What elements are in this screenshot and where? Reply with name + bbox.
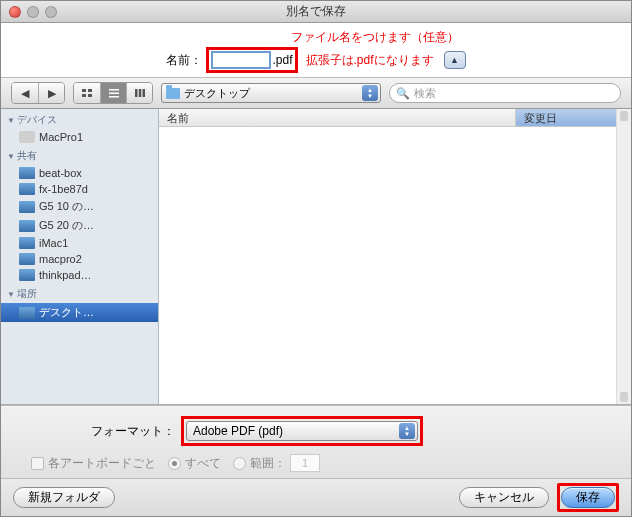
svg-rect-8 [138,89,141,97]
format-highlight: Adobe PDF (pdf) ▲▼ [181,416,423,446]
sidebar-item-label: MacPro1 [39,131,83,143]
sidebar-item-label: iMac1 [39,237,68,249]
sidebar-section-label: 場所 [17,287,37,301]
save-button[interactable]: 保存 [561,487,615,508]
sidebar: ▼デバイスMacPro1▼共有beat-boxfx-1be87dG5 10 の…… [1,109,159,404]
sidebar-item[interactable]: fx-1be87d [1,181,158,197]
search-placeholder: 検索 [414,86,436,101]
checkbox-icon [31,457,44,470]
sidebar-item[interactable]: G5 20 の… [1,216,158,235]
sidebar-item[interactable]: MacPro1 [1,129,158,145]
svg-rect-5 [109,93,119,95]
sidebar-section-label: 共有 [17,149,37,163]
svg-rect-0 [82,89,86,92]
disp-icon [19,220,35,232]
svg-rect-7 [135,89,138,97]
sidebar-item[interactable]: デスクト… [1,303,158,322]
sidebar-item-label: fx-1be87d [39,183,88,195]
scrollbar[interactable] [616,109,631,404]
folder-icon [166,88,180,99]
sidebar-item-label: G5 20 の… [39,218,94,233]
sidebar-section-label: デバイス [17,113,57,127]
dialog-footer: 新規フォルダ キャンセル 保存 [1,478,631,516]
search-field[interactable]: 🔍 検索 [389,83,621,103]
disp-icon [19,269,35,281]
file-list-body[interactable] [159,127,616,404]
svg-rect-3 [88,94,92,97]
forward-button[interactable]: ▶ [38,83,64,103]
list-view-button[interactable] [100,83,126,103]
artboard-checkbox: 各アートボードごと [31,455,156,472]
view-switcher [73,82,153,104]
disp-icon [19,167,35,179]
svg-rect-6 [109,96,119,98]
file-browser: ▼デバイスMacPro1▼共有beat-boxfx-1be87dG5 10 の…… [1,109,631,405]
filename-extension: .pdf [272,53,292,67]
sidebar-section[interactable]: ▼デバイス [1,109,158,129]
format-popup[interactable]: Adobe PDF (pdf) ▲▼ [186,421,418,441]
icon-view-button[interactable] [74,83,100,103]
filename-row: ファイル名をつけます（任意） 名前： .pdf 拡張子は.pdfになります ▲ [1,23,631,77]
save-dialog: 別名で保存 ファイル名をつけます（任意） 名前： .pdf 拡張子は.pdfにな… [0,0,632,517]
range-input [290,454,320,472]
sidebar-item[interactable]: iMac1 [1,235,158,251]
column-name[interactable]: 名前 [159,109,516,126]
titlebar: 別名で保存 [1,1,631,23]
sidebar-item-label: G5 10 の… [39,199,94,214]
filename-annotation: ファイル名をつけます（任意） [291,29,459,46]
sidebar-item-label: macpro2 [39,253,82,265]
column-date[interactable]: 変更日 [516,109,616,126]
sidebar-item[interactable]: thinkpad… [1,267,158,283]
sidebar-item[interactable]: G5 10 の… [1,197,158,216]
disp-icon [19,201,35,213]
format-label: フォーマット： [15,423,175,440]
search-icon: 🔍 [396,87,410,100]
options-panel: フォーマット： Adobe PDF (pdf) ▲▼ 各アートボードごと すべて… [1,405,631,478]
window-title: 別名で保存 [1,3,631,20]
svg-rect-4 [109,89,119,91]
cancel-button[interactable]: キャンセル [459,487,549,508]
new-folder-button[interactable]: 新規フォルダ [13,487,115,508]
triangle-icon: ▼ [7,116,15,125]
file-list-header: 名前 変更日 [159,109,616,127]
save-highlight: 保存 [557,483,619,512]
triangle-icon: ▼ [7,152,15,161]
sidebar-item-label: デスクト… [39,305,94,320]
column-view-button[interactable] [126,83,152,103]
filename-label: 名前： [166,52,202,69]
radio-icon [233,457,246,470]
range-radio: 範囲： [233,454,320,472]
sidebar-item[interactable]: beat-box [1,165,158,181]
sidebar-item-label: beat-box [39,167,82,179]
sidebar-item[interactable]: macpro2 [1,251,158,267]
sidebar-section[interactable]: ▼共有 [1,145,158,165]
back-button[interactable]: ◀ [12,83,38,103]
drive-icon [19,131,35,143]
triangle-icon: ▼ [7,290,15,299]
svg-rect-2 [82,94,86,97]
disclosure-button[interactable]: ▲ [444,51,466,69]
desktop-icon [19,307,35,319]
svg-rect-1 [88,89,92,92]
browser-toolbar: ◀ ▶ デスクトップ ▲▼ 🔍 検索 [1,77,631,109]
extension-annotation: 拡張子は.pdfになります [306,52,434,69]
radio-icon [168,457,181,470]
location-label: デスクトップ [184,86,250,101]
location-popup[interactable]: デスクトップ ▲▼ [161,83,381,103]
filename-input[interactable] [211,51,271,69]
updown-icon: ▲▼ [362,85,378,101]
nav-buttons: ◀ ▶ [11,82,65,104]
sidebar-item-label: thinkpad… [39,269,92,281]
disp-icon [19,183,35,195]
disp-icon [19,253,35,265]
file-list: 名前 変更日 [159,109,616,404]
filename-highlight: .pdf [206,47,297,73]
updown-icon: ▲▼ [399,423,415,439]
svg-rect-9 [142,89,145,97]
sidebar-section[interactable]: ▼場所 [1,283,158,303]
format-value: Adobe PDF (pdf) [193,424,283,438]
all-radio: すべて [168,455,221,472]
disp-icon [19,237,35,249]
